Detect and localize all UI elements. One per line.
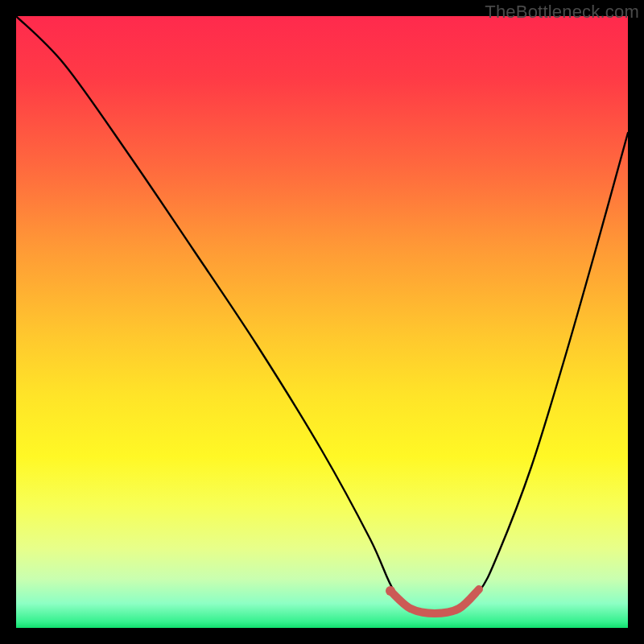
plot-area — [16, 16, 628, 628]
flat-segment-highlight — [390, 589, 479, 613]
flat-segment-dot — [386, 586, 395, 596]
chart-frame — [16, 16, 628, 628]
watermark-text: TheBottleneck.com — [485, 2, 639, 23]
bottleneck-curve — [16, 16, 628, 615]
curve-layer — [16, 16, 628, 628]
